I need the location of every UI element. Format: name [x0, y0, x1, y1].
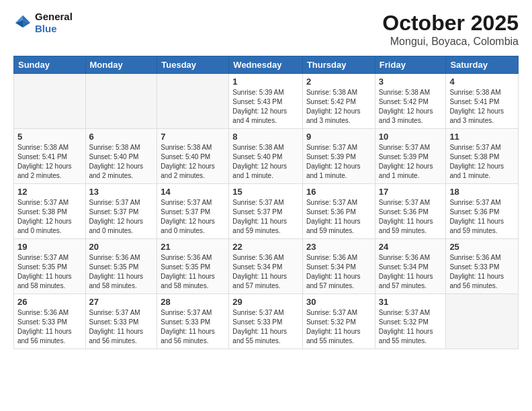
- calendar-cell: 12Sunrise: 5:37 AM Sunset: 5:38 PM Dayli…: [14, 184, 86, 239]
- weekday-header-sunday: Sunday: [14, 56, 86, 74]
- day-number: 3: [379, 77, 443, 87]
- calendar-cell: 3Sunrise: 5:38 AM Sunset: 5:42 PM Daylig…: [375, 74, 446, 129]
- day-info: Sunrise: 5:37 AM Sunset: 5:37 PM Dayligh…: [161, 198, 225, 236]
- day-info: Sunrise: 5:37 AM Sunset: 5:32 PM Dayligh…: [379, 308, 443, 346]
- calendar-cell: 24Sunrise: 5:36 AM Sunset: 5:34 PM Dayli…: [375, 239, 446, 294]
- day-info: Sunrise: 5:37 AM Sunset: 5:33 PM Dayligh…: [232, 308, 299, 346]
- day-number: 31: [379, 297, 443, 307]
- calendar-cell: 25Sunrise: 5:36 AM Sunset: 5:33 PM Dayli…: [446, 239, 519, 294]
- day-number: 1: [232, 77, 299, 87]
- calendar-cell: 28Sunrise: 5:37 AM Sunset: 5:33 PM Dayli…: [157, 294, 229, 349]
- day-info: Sunrise: 5:38 AM Sunset: 5:41 PM Dayligh…: [17, 143, 82, 181]
- day-info: Sunrise: 5:37 AM Sunset: 5:33 PM Dayligh…: [89, 308, 154, 346]
- day-number: 28: [161, 297, 225, 307]
- calendar-cell: 27Sunrise: 5:37 AM Sunset: 5:33 PM Dayli…: [85, 294, 157, 349]
- day-number: 25: [449, 242, 515, 252]
- calendar-cell: 16Sunrise: 5:37 AM Sunset: 5:36 PM Dayli…: [302, 184, 375, 239]
- weekday-header-row: SundayMondayTuesdayWednesdayThursdayFrid…: [14, 56, 519, 74]
- day-info: Sunrise: 5:37 AM Sunset: 5:37 PM Dayligh…: [232, 198, 299, 236]
- calendar-cell: 6Sunrise: 5:38 AM Sunset: 5:40 PM Daylig…: [85, 129, 157, 184]
- week-row-2: 12Sunrise: 5:37 AM Sunset: 5:38 PM Dayli…: [14, 184, 519, 239]
- calendar-cell: 4Sunrise: 5:38 AM Sunset: 5:41 PM Daylig…: [446, 74, 519, 129]
- day-info: Sunrise: 5:36 AM Sunset: 5:35 PM Dayligh…: [89, 253, 154, 291]
- calendar-cell: 14Sunrise: 5:37 AM Sunset: 5:37 PM Dayli…: [157, 184, 229, 239]
- day-number: 19: [17, 242, 82, 252]
- day-number: 4: [449, 77, 515, 87]
- week-row-1: 5Sunrise: 5:38 AM Sunset: 5:41 PM Daylig…: [14, 129, 519, 184]
- calendar-cell: 20Sunrise: 5:36 AM Sunset: 5:35 PM Dayli…: [85, 239, 157, 294]
- logo-text: General Blue: [35, 11, 73, 35]
- day-number: 26: [17, 297, 82, 307]
- day-info: Sunrise: 5:36 AM Sunset: 5:33 PM Dayligh…: [17, 308, 82, 346]
- day-number: 14: [161, 187, 225, 197]
- calendar-cell: 11Sunrise: 5:37 AM Sunset: 5:38 PM Dayli…: [446, 129, 519, 184]
- calendar-cell: 18Sunrise: 5:37 AM Sunset: 5:36 PM Dayli…: [446, 184, 519, 239]
- day-info: Sunrise: 5:37 AM Sunset: 5:36 PM Dayligh…: [306, 198, 371, 236]
- week-row-0: 1Sunrise: 5:39 AM Sunset: 5:43 PM Daylig…: [14, 74, 519, 129]
- day-info: Sunrise: 5:39 AM Sunset: 5:43 PM Dayligh…: [232, 88, 299, 126]
- calendar-cell: 5Sunrise: 5:38 AM Sunset: 5:41 PM Daylig…: [14, 129, 86, 184]
- day-info: Sunrise: 5:37 AM Sunset: 5:38 PM Dayligh…: [449, 143, 515, 181]
- calendar-cell: 1Sunrise: 5:39 AM Sunset: 5:43 PM Daylig…: [229, 74, 303, 129]
- day-number: 7: [161, 132, 225, 142]
- day-info: Sunrise: 5:38 AM Sunset: 5:40 PM Dayligh…: [161, 143, 225, 181]
- calendar-cell: 19Sunrise: 5:37 AM Sunset: 5:35 PM Dayli…: [14, 239, 86, 294]
- location: Mongui, Boyaca, Colombia: [382, 36, 519, 48]
- calendar-page: General Blue October 2025 Mongui, Boyaca…: [0, 0, 532, 411]
- week-row-3: 19Sunrise: 5:37 AM Sunset: 5:35 PM Dayli…: [14, 239, 519, 294]
- day-number: 2: [306, 77, 371, 87]
- calendar-cell: 30Sunrise: 5:37 AM Sunset: 5:32 PM Dayli…: [302, 294, 375, 349]
- calendar-cell: 23Sunrise: 5:36 AM Sunset: 5:34 PM Dayli…: [302, 239, 375, 294]
- day-number: 23: [306, 242, 371, 252]
- day-info: Sunrise: 5:38 AM Sunset: 5:42 PM Dayligh…: [306, 88, 371, 126]
- day-number: 10: [379, 132, 443, 142]
- calendar-cell: 17Sunrise: 5:37 AM Sunset: 5:36 PM Dayli…: [375, 184, 446, 239]
- logo-icon: [13, 13, 32, 32]
- calendar-cell: 10Sunrise: 5:37 AM Sunset: 5:39 PM Dayli…: [375, 129, 446, 184]
- calendar-cell: [157, 74, 229, 129]
- day-info: Sunrise: 5:37 AM Sunset: 5:39 PM Dayligh…: [379, 143, 443, 181]
- day-number: 30: [306, 297, 371, 307]
- weekday-header-saturday: Saturday: [446, 56, 519, 74]
- day-number: 15: [232, 187, 299, 197]
- day-info: Sunrise: 5:37 AM Sunset: 5:36 PM Dayligh…: [449, 198, 515, 236]
- calendar-cell: 9Sunrise: 5:37 AM Sunset: 5:39 PM Daylig…: [302, 129, 375, 184]
- calendar-cell: [446, 294, 519, 349]
- calendar-cell: 21Sunrise: 5:36 AM Sunset: 5:35 PM Dayli…: [157, 239, 229, 294]
- day-info: Sunrise: 5:37 AM Sunset: 5:37 PM Dayligh…: [89, 198, 154, 236]
- day-info: Sunrise: 5:38 AM Sunset: 5:40 PM Dayligh…: [89, 143, 154, 181]
- day-info: Sunrise: 5:38 AM Sunset: 5:41 PM Dayligh…: [449, 88, 515, 126]
- day-number: 13: [89, 187, 154, 197]
- day-number: 22: [232, 242, 299, 252]
- day-number: 18: [449, 187, 515, 197]
- weekday-header-tuesday: Tuesday: [157, 56, 229, 74]
- day-number: 12: [17, 187, 82, 197]
- weekday-header-monday: Monday: [85, 56, 157, 74]
- day-info: Sunrise: 5:36 AM Sunset: 5:35 PM Dayligh…: [161, 253, 225, 291]
- day-info: Sunrise: 5:37 AM Sunset: 5:35 PM Dayligh…: [17, 253, 82, 291]
- day-info: Sunrise: 5:37 AM Sunset: 5:32 PM Dayligh…: [306, 308, 371, 346]
- calendar-cell: 7Sunrise: 5:38 AM Sunset: 5:40 PM Daylig…: [157, 129, 229, 184]
- day-number: 20: [89, 242, 154, 252]
- day-number: 9: [306, 132, 371, 142]
- day-info: Sunrise: 5:38 AM Sunset: 5:40 PM Dayligh…: [232, 143, 299, 181]
- month-title: October 2025: [382, 11, 519, 36]
- day-info: Sunrise: 5:36 AM Sunset: 5:34 PM Dayligh…: [379, 253, 443, 291]
- day-number: 8: [232, 132, 299, 142]
- calendar-cell: [85, 74, 157, 129]
- day-info: Sunrise: 5:36 AM Sunset: 5:34 PM Dayligh…: [306, 253, 371, 291]
- day-number: 24: [379, 242, 443, 252]
- calendar-table: SundayMondayTuesdayWednesdayThursdayFrid…: [13, 56, 519, 349]
- weekday-header-wednesday: Wednesday: [229, 56, 303, 74]
- weekday-header-thursday: Thursday: [302, 56, 375, 74]
- day-info: Sunrise: 5:36 AM Sunset: 5:34 PM Dayligh…: [232, 253, 299, 291]
- title-block: October 2025 Mongui, Boyaca, Colombia: [382, 11, 519, 48]
- day-number: 16: [306, 187, 371, 197]
- weekday-header-friday: Friday: [375, 56, 446, 74]
- day-number: 27: [89, 297, 154, 307]
- header: General Blue October 2025 Mongui, Boyaca…: [13, 11, 519, 48]
- calendar-cell: 15Sunrise: 5:37 AM Sunset: 5:37 PM Dayli…: [229, 184, 303, 239]
- calendar-cell: 2Sunrise: 5:38 AM Sunset: 5:42 PM Daylig…: [302, 74, 375, 129]
- day-number: 5: [17, 132, 82, 142]
- calendar-cell: 22Sunrise: 5:36 AM Sunset: 5:34 PM Dayli…: [229, 239, 303, 294]
